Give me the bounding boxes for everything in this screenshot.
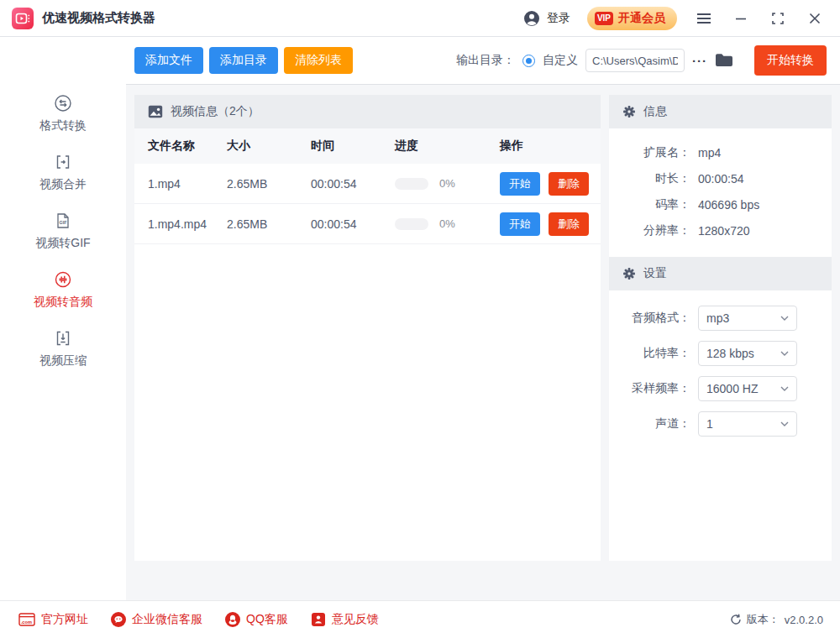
info-label: 分辨率： xyxy=(609,223,690,238)
app-title: 优速视频格式转换器 xyxy=(42,10,155,26)
user-avatar-icon xyxy=(523,10,540,27)
progress-bar xyxy=(395,178,428,190)
app-logo-icon xyxy=(12,8,34,29)
wechat-service-icon xyxy=(111,612,126,627)
browse-more-button[interactable]: ··· xyxy=(692,54,707,68)
official-website-link[interactable]: .com 官方网址 xyxy=(18,612,88,627)
delete-button[interactable]: 删除 xyxy=(549,172,589,196)
table-row: 1.mp4 2.65MB 00:00:54 0% 开始 删除 xyxy=(134,164,601,204)
bitrate-select[interactable]: 128 kbps xyxy=(698,341,797,366)
gif-file-icon: GIF xyxy=(54,212,72,230)
video-merge-icon xyxy=(54,153,72,171)
right-panel: 信息 扩展名： mp4 时长： 00:00:54 码率： 406696 bps xyxy=(609,95,832,561)
info-panel-header: 信息 xyxy=(609,95,832,128)
column-header-action: 操作 xyxy=(500,139,601,154)
audio-format-select[interactable]: mp3 xyxy=(698,306,797,331)
sidebar-item-video-compress[interactable]: 视频压缩 xyxy=(39,329,87,368)
login-label: 登录 xyxy=(547,11,570,26)
file-time: 00:00:54 xyxy=(311,217,395,231)
version-info: 版本： v2.0.2.0 xyxy=(730,612,823,627)
open-folder-icon[interactable] xyxy=(715,53,733,68)
select-value: 128 kbps xyxy=(706,347,754,360)
image-icon xyxy=(148,105,163,118)
chevron-down-icon xyxy=(780,316,789,321)
wechat-service-link[interactable]: 企业微信客服 xyxy=(111,612,202,627)
sidebar-item-label: 视频转音频 xyxy=(34,295,92,310)
footer-link-label: QQ客服 xyxy=(246,612,288,627)
maximize-button[interactable] xyxy=(768,8,788,29)
info-row: 分辨率： 1280x720 xyxy=(609,217,832,243)
chevron-down-icon xyxy=(780,421,789,426)
progress-percent: 0% xyxy=(439,177,455,190)
qq-service-link[interactable]: QQ客服 xyxy=(225,612,288,627)
vip-label: 开通会员 xyxy=(618,11,665,26)
select-value: mp3 xyxy=(706,311,729,325)
file-name: 1.mp4 xyxy=(134,177,227,191)
settings-panel-header: 设置 xyxy=(609,257,832,290)
info-label: 码率： xyxy=(609,197,690,212)
add-file-button[interactable]: 添加文件 xyxy=(134,47,203,74)
feedback-icon xyxy=(311,612,326,627)
output-directory-label: 输出目录： xyxy=(456,53,515,68)
clear-list-button[interactable]: 清除列表 xyxy=(284,47,353,74)
gear-icon xyxy=(622,105,636,118)
vip-button[interactable]: VIP 开通会员 xyxy=(587,7,677,30)
sample-rate-select[interactable]: 16000 HZ xyxy=(698,376,797,401)
version-value: v2.0.2.0 xyxy=(785,614,823,626)
sidebar-item-format-convert[interactable]: 格式转换 xyxy=(39,94,87,133)
feedback-link[interactable]: 意见反馈 xyxy=(311,612,379,627)
sidebar-item-video-to-audio[interactable]: 视频转音频 xyxy=(34,270,92,309)
output-path-input[interactable] xyxy=(585,49,685,72)
setting-label: 声道： xyxy=(609,416,690,431)
custom-radio-label: 自定义 xyxy=(543,53,578,68)
setting-label: 比特率： xyxy=(609,346,690,361)
version-label: 版本： xyxy=(747,612,780,627)
setting-row: 音频格式： mp3 xyxy=(609,301,832,336)
setting-row: 比特率： 128 kbps xyxy=(609,336,832,371)
chevron-down-icon xyxy=(780,386,789,391)
custom-radio[interactable] xyxy=(522,55,535,67)
titlebar-left: 优速视频格式转换器 xyxy=(12,8,155,29)
info-row: 码率： 406696 bps xyxy=(609,191,832,217)
qq-icon xyxy=(225,612,240,627)
add-directory-button[interactable]: 添加目录 xyxy=(209,47,278,74)
sidebar-item-video-to-gif[interactable]: GIF 视频转GIF xyxy=(35,212,90,250)
website-icon: .com xyxy=(18,613,35,626)
setting-label: 音频格式： xyxy=(609,311,690,326)
file-name: 1.mp4.mp4 xyxy=(134,217,227,231)
toolbar: 添加文件 添加目录 清除列表 输出目录： 自定义 ··· 开始转换 xyxy=(126,37,840,85)
login-button[interactable]: 登录 xyxy=(523,10,570,27)
sidebar-item-label: 视频压缩 xyxy=(39,353,87,369)
titlebar-right: 登录 VIP 开通会员 xyxy=(523,7,825,30)
sidebar-item-label: 视频合并 xyxy=(39,177,87,192)
file-size: 2.65MB xyxy=(227,177,311,191)
output-directory-group: 输出目录： 自定义 ··· 开始转换 xyxy=(456,45,827,76)
svg-text:.com: .com xyxy=(21,620,32,625)
start-convert-button[interactable]: 开始转换 xyxy=(754,45,827,76)
delete-button[interactable]: 删除 xyxy=(549,212,589,236)
start-button[interactable]: 开始 xyxy=(500,212,540,236)
app-body: 格式转换 视频合并 GIF 视频转GIF xyxy=(0,37,840,600)
setting-row: 采样频率： 16000 HZ xyxy=(609,371,832,406)
format-convert-icon xyxy=(54,94,72,112)
sidebar-item-video-merge[interactable]: 视频合并 xyxy=(39,153,87,191)
info-row: 扩展名： mp4 xyxy=(609,139,832,165)
select-value: 16000 HZ xyxy=(706,382,758,395)
audio-wave-icon xyxy=(54,270,72,289)
progress-bar xyxy=(395,218,428,230)
menu-button[interactable] xyxy=(694,8,714,29)
info-value: 00:00:54 xyxy=(698,172,744,186)
refresh-icon[interactable] xyxy=(730,614,742,625)
table-header-row: 文件名称 大小 时间 进度 操作 xyxy=(134,128,601,164)
minimize-button[interactable] xyxy=(731,8,751,29)
titlebar: 优速视频格式转换器 登录 VIP 开通会员 xyxy=(0,0,840,37)
start-button[interactable]: 开始 xyxy=(500,172,540,196)
gear-icon xyxy=(622,267,636,280)
select-value: 1 xyxy=(706,417,713,431)
close-button[interactable] xyxy=(805,8,825,29)
column-header-filename: 文件名称 xyxy=(134,139,227,154)
channel-select[interactable]: 1 xyxy=(698,411,797,437)
table-row: 1.mp4.mp4 2.65MB 00:00:54 0% 开始 删除 xyxy=(134,204,601,244)
setting-row: 声道： 1 xyxy=(609,406,832,442)
info-value: mp4 xyxy=(698,146,721,160)
